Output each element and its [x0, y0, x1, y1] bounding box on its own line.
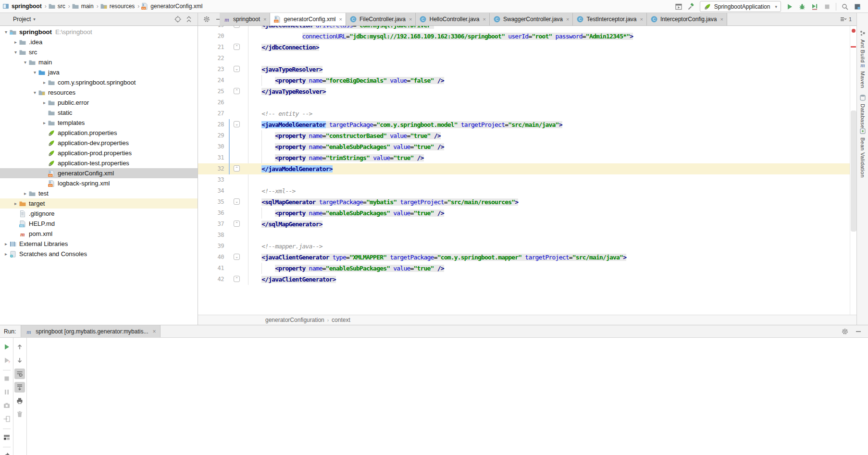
tool-strip-button-maven[interactable]: m Maven — [857, 61, 868, 88]
tabs-list-icon[interactable] — [839, 15, 847, 23]
chevron-right-icon[interactable]: ▸ — [12, 201, 19, 206]
minimize-icon[interactable] — [855, 328, 862, 335]
softwrap-button[interactable] — [14, 369, 25, 379]
xml-breadcrumb-item[interactable]: generatorConfiguration — [265, 317, 324, 323]
breadcrumb-item[interactable]: src — [48, 2, 65, 10]
tree-item-src[interactable]: ▾ src — [0, 47, 198, 57]
chevron-right-icon[interactable]: ▸ — [22, 191, 28, 196]
editor-tab[interactable]: mspringboot× — [220, 13, 270, 25]
tree-item--idea[interactable]: ▸ .idea — [0, 37, 198, 47]
tree-item-java[interactable]: ▾ java — [0, 67, 198, 77]
chevron-right-icon[interactable]: ▸ — [3, 251, 9, 257]
tree-item-test[interactable]: ▸ test — [0, 188, 198, 198]
close-icon[interactable]: × — [263, 16, 266, 22]
layout-button[interactable] — [1, 432, 12, 443]
pause-button[interactable] — [1, 387, 12, 397]
tree-item-application-prod-properties[interactable]: application-prod.properties — [0, 148, 198, 158]
trash-button[interactable] — [14, 409, 25, 419]
run-panel-icon[interactable] — [675, 3, 682, 11]
tree-item-static[interactable]: static — [0, 108, 198, 118]
breadcrumb-item[interactable]: main — [72, 2, 94, 10]
tool-strip-button-bean-validation[interactable]: Bean Validation — [857, 127, 868, 178]
breadcrumb-item[interactable]: <>generatorConfig.xml — [141, 2, 202, 10]
stop-icon[interactable] — [823, 3, 831, 11]
close-icon[interactable]: × — [640, 16, 643, 22]
run-configuration-select[interactable]: SpringbootApplication▾ — [700, 1, 781, 12]
tree-item-templates[interactable]: ▸ templates — [0, 118, 198, 128]
search-icon[interactable] — [841, 3, 849, 11]
tree-item-logback-spring-xml[interactable]: <>logback-spring.xml — [0, 178, 198, 188]
code-editor[interactable]: 19⌄ <jdbcConnection driverClass="com.mys… — [198, 26, 850, 315]
locate-icon[interactable] — [174, 15, 182, 23]
scrollbar-thumb[interactable] — [851, 111, 856, 232]
chevron-right-icon[interactable]: ▸ — [41, 100, 48, 105]
chevron-down-icon[interactable]: ▾ — [22, 60, 28, 65]
editor-scrollbar[interactable] — [850, 26, 856, 315]
error-stripe-mark[interactable] — [851, 46, 856, 48]
editor-tab[interactable]: CInterceptorConfig.java× — [647, 13, 727, 25]
stop-button[interactable] — [1, 373, 12, 384]
structure-icon[interactable] — [854, 3, 861, 11]
editor-tab[interactable]: CHelloController.java× — [416, 13, 490, 25]
close-icon[interactable]: × — [152, 328, 156, 335]
up-button[interactable] — [14, 342, 25, 352]
close-icon[interactable]: × — [483, 16, 486, 22]
scrollend-button[interactable] — [14, 382, 25, 393]
rerun-button[interactable] — [1, 342, 12, 352]
tool-strip-button-ant-build[interactable]: Ant Build — [857, 29, 868, 63]
breadcrumb-item[interactable]: springboot — [2, 2, 42, 10]
gear-icon[interactable] — [203, 15, 211, 23]
chevron-right-icon[interactable]: ▸ — [41, 120, 48, 125]
xml-breadcrumb-item[interactable]: context — [332, 317, 350, 323]
close-icon[interactable]: × — [409, 16, 412, 22]
close-icon[interactable]: × — [566, 16, 569, 22]
tree-item-scratches-and-consoles[interactable]: ▸ Scratches and Consoles — [0, 249, 198, 259]
tree-item-application-dev-properties[interactable]: application-dev.properties — [0, 138, 198, 148]
chevron-right-icon[interactable]: ▸ — [12, 39, 19, 45]
editor-tab[interactable]: CFileController.java× — [346, 13, 416, 25]
run-icon[interactable] — [786, 3, 794, 11]
hammer-icon[interactable] — [687, 3, 695, 11]
run-console[interactable] — [27, 338, 856, 455]
editor-tab[interactable]: CSwaggerController.java× — [490, 13, 573, 25]
chevron-right-icon[interactable]: ▸ — [3, 241, 9, 246]
tree-item-springboot[interactable]: ▾ springbootE:\springboot — [0, 27, 198, 37]
down-button[interactable] — [14, 355, 25, 366]
breadcrumb-item[interactable]: resources — [100, 2, 135, 10]
gear-icon[interactable] — [841, 328, 849, 335]
tool-strip-button-database[interactable]: Database — [857, 94, 868, 128]
tree-item-pom-xml[interactable]: mpom.xml — [0, 229, 198, 239]
rerun-failed-button[interactable]: ? — [1, 355, 12, 366]
pin-button[interactable] — [1, 450, 12, 455]
exit-button[interactable] — [1, 414, 12, 424]
tree-item-public-error[interactable]: ▸ public.error — [0, 98, 198, 108]
editor-tab[interactable]: <>generatorConfig.xml× — [270, 13, 346, 25]
chevron-down-icon[interactable]: ▾ — [33, 17, 36, 22]
tree-item-com-y-springboot-springboot[interactable]: ▸ com.y.springboot.springboot — [0, 77, 198, 87]
chevron-down-icon[interactable]: ▾ — [12, 49, 19, 55]
chevron-down-icon[interactable]: ▾ — [32, 90, 38, 95]
tree-item-external-libraries[interactable]: ▸ External Libraries — [0, 239, 198, 249]
tree-item-target[interactable]: ▸ target — [0, 198, 198, 209]
chevron-down-icon[interactable]: ▾ — [32, 70, 38, 75]
line-number: 20 — [198, 31, 224, 42]
camera-button[interactable] — [1, 400, 12, 411]
tree-item-generatorconfig-xml[interactable]: <>generatorConfig.xml — [0, 168, 198, 178]
tree-item-main[interactable]: ▾ main — [0, 57, 198, 67]
tree-item-application-properties[interactable]: application.properties — [0, 128, 198, 138]
tree-item-application-test-properties[interactable]: application-test.properties — [0, 158, 198, 168]
chevron-down-icon[interactable]: ▾ — [3, 29, 9, 35]
run-tab[interactable]: m springboot [org.mybatis.generator:myba… — [21, 325, 160, 337]
coverage-icon[interactable] — [811, 3, 818, 11]
close-icon[interactable]: × — [720, 16, 723, 22]
editor-tab[interactable]: CTestInterceptor.java× — [573, 13, 647, 25]
collapse-all-icon[interactable] — [185, 15, 193, 23]
chevron-right-icon[interactable]: ▸ — [41, 80, 48, 85]
tree-item-resources[interactable]: ▾ resources — [0, 87, 198, 98]
project-panel-header[interactable]: Project ▾ — [0, 13, 198, 25]
tree-item-help-md[interactable]: MDHELP.md — [0, 219, 198, 229]
print-button[interactable] — [14, 395, 25, 406]
tree-item--gitignore[interactable]: .gitignore — [0, 209, 198, 219]
close-icon[interactable]: × — [339, 16, 342, 22]
debug-icon[interactable] — [798, 3, 806, 11]
